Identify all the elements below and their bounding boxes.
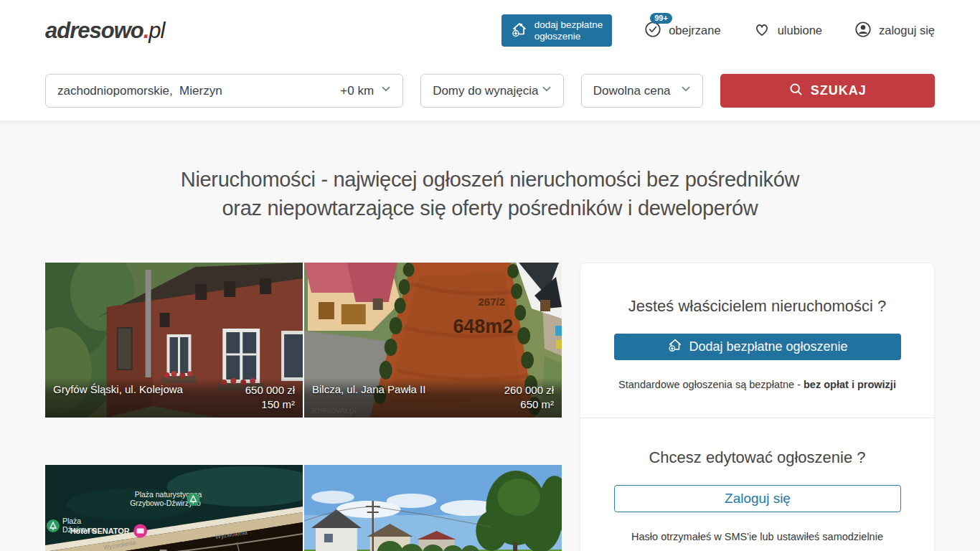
search-icon (788, 82, 804, 100)
radius-select[interactable]: +0 km (340, 84, 374, 98)
listing-caption: Bilcza, ul. Jana Pawła II 260 000 zł 650… (304, 378, 562, 418)
map-hotel-label: Hotel SENATOR (70, 527, 130, 535)
heart-icon (753, 20, 771, 42)
viewed-label: obejrzane (669, 24, 720, 37)
location-field: +0 km (45, 74, 403, 108)
listings-grid: Gryfów Śląski, ul. Kolejowa 650 000 zł 1… (45, 263, 562, 551)
logo[interactable]: adresowo.pl (45, 18, 164, 44)
listing-price: 650 000 zł (245, 383, 295, 397)
edit-section-title: Chcesz edytować ogłoszenie ? (614, 448, 900, 467)
listing-location: Bilcza, ul. Jana Pawła II (312, 383, 425, 395)
plot-number-label: 267/2 (479, 296, 505, 308)
listing-area: 650 m² (520, 397, 554, 412)
owner-section-title: Jesteś właścicielem nieruchomości ? (614, 297, 900, 316)
add-listing-label-line1: dodaj bezpłatne (534, 19, 603, 30)
owner-note: Standardowe ogłoszenia są bezpłatne - be… (614, 379, 900, 390)
add-listing-label-line2: ogłoszenie (534, 31, 603, 42)
user-icon (854, 20, 872, 42)
favorites-link[interactable]: ulubione (753, 20, 822, 42)
sidebar-add-listing-button[interactable]: Dodaj bezpłatne ogłoszenie (614, 334, 901, 360)
top-bar: adresowo.pl dodaj bezpłatne ogłoszenie (0, 0, 980, 61)
page-title: Nieruchomości - najwięcej ogłoszeń nieru… (45, 165, 935, 222)
sidebar: Jesteś właścicielem nieruchomości ? Doda… (580, 263, 935, 551)
listing-location: Gryfów Śląski, ul. Kolejowa (53, 383, 183, 395)
listing-card[interactable]: Grojec, ul. Regienna 801 000 zł (304, 465, 562, 551)
main-content: Nieruchomości - najwięcej ogłoszeń nieru… (0, 121, 980, 551)
listing-card[interactable]: Plaża naturystyczna Grzybowo-Dźwirzyno P… (45, 465, 303, 551)
top-actions: dodaj bezpłatne ogłoszenie 99+ obejrzane (501, 14, 935, 46)
listing-photo: Plaża naturystyczna Grzybowo-Dźwirzyno P… (45, 465, 303, 551)
map-beach-left-line1: Plaża (62, 517, 81, 525)
listing-caption: Gryfów Śląski, ul. Kolejowa 650 000 zł 1… (45, 378, 303, 418)
search-bar: +0 km Domy do wynajęcia Dowolna cena (0, 61, 980, 121)
search-location-input[interactable] (57, 84, 334, 98)
listing-price: 260 000 zł (504, 383, 554, 397)
search-button-label: SZUKAJ (811, 83, 867, 98)
page: adresowo.pl dodaj bezpłatne ogłoszenie (0, 0, 980, 551)
chevron-down-icon (679, 83, 692, 99)
chevron-down-icon (540, 83, 553, 99)
listing-photo (304, 465, 562, 551)
chevron-down-icon[interactable] (380, 83, 392, 99)
property-type-select[interactable]: Domy do wynajęcia (420, 74, 564, 108)
property-type-value: Domy do wynajęcia (433, 84, 538, 98)
viewed-link[interactable]: 99+ obejrzane (644, 20, 720, 42)
logo-text: adresowo (45, 18, 143, 43)
price-select[interactable]: Dowolna cena (581, 74, 703, 108)
add-listing-button[interactable]: dodaj bezpłatne ogłoszenie (501, 14, 612, 46)
plot-area-label: 648m2 (453, 316, 513, 337)
listing-area: 150 m² (261, 397, 295, 412)
login-label: zaloguj się (879, 24, 935, 37)
listing-card[interactable]: 267/2 648m2 adresowo.pl Bilcza, ul. Jana… (304, 263, 562, 418)
login-link[interactable]: zaloguj się (854, 20, 935, 42)
sidebar-login-button[interactable]: Zaloguj się (614, 485, 901, 512)
house-plus-icon (667, 337, 683, 357)
search-button[interactable]: SZUKAJ (720, 74, 935, 108)
logo-tld: pl (149, 18, 164, 43)
sidebar-add-listing-label: Dodaj bezpłatne ogłoszenie (689, 339, 847, 354)
house-plus-icon (511, 21, 528, 40)
edit-note: Hasło otrzymałeś w SMS'ie lub ustawiłeś … (614, 531, 900, 542)
favorites-label: ulubione (778, 24, 822, 37)
edit-section: Chcesz edytować ogłoszenie ? Zaloguj się… (580, 418, 934, 551)
listing-card[interactable]: Gryfów Śląski, ul. Kolejowa 650 000 zł 1… (45, 263, 303, 418)
owner-section: Jesteś właścicielem nieruchomości ? Doda… (580, 263, 934, 418)
viewed-count-badge: 99+ (650, 13, 672, 24)
price-value: Dowolna cena (593, 84, 671, 98)
